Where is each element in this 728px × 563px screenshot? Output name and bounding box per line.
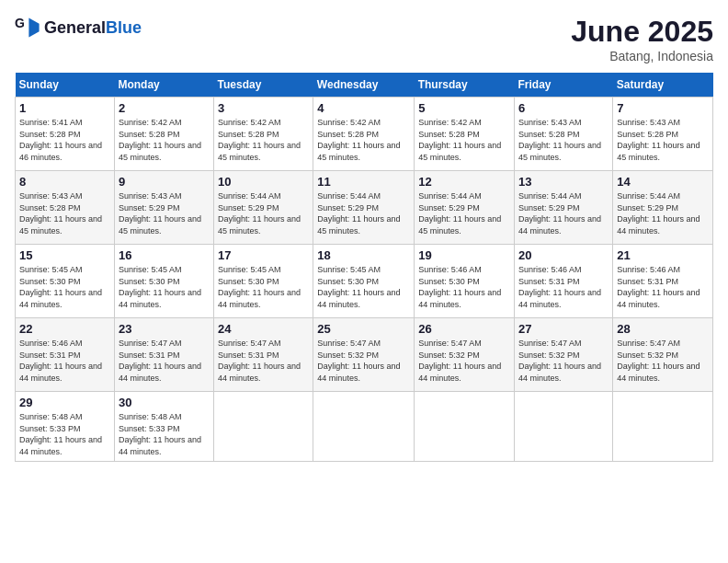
day-number: 9: [119, 175, 210, 189]
calendar-cell: 4Sunrise: 5:42 AMSunset: 5:28 PMDaylight…: [313, 98, 415, 171]
day-info: Sunrise: 5:47 AMSunset: 5:32 PMDaylight:…: [418, 339, 501, 383]
calendar-cell: 11Sunrise: 5:44 AMSunset: 5:29 PMDayligh…: [313, 171, 415, 245]
day-number: 2: [119, 101, 210, 115]
col-saturday: Saturday: [613, 73, 713, 98]
page-header: G General Blue June 2025 Batang, Indones…: [15, 15, 713, 63]
day-number: 24: [218, 322, 309, 336]
day-number: 25: [317, 322, 410, 336]
day-info: Sunrise: 5:47 AMSunset: 5:32 PMDaylight:…: [617, 339, 700, 383]
day-number: 22: [19, 322, 110, 336]
col-monday: Monday: [114, 73, 213, 98]
col-thursday: Thursday: [415, 73, 515, 98]
calendar-cell: 16Sunrise: 5:45 AMSunset: 5:30 PMDayligh…: [114, 245, 213, 318]
day-number: 29: [19, 396, 110, 409]
calendar-cell: 22Sunrise: 5:46 AMSunset: 5:31 PMDayligh…: [16, 318, 115, 392]
svg-text:G: G: [15, 16, 25, 30]
day-number: 12: [418, 175, 510, 189]
day-number: 14: [617, 175, 709, 189]
day-number: 20: [518, 248, 609, 262]
month-year-title: June 2025: [571, 15, 713, 49]
day-info: Sunrise: 5:42 AMSunset: 5:28 PMDaylight:…: [218, 118, 301, 162]
calendar-cell: [613, 392, 713, 462]
col-sunday: Sunday: [16, 73, 115, 98]
day-number: 17: [218, 248, 309, 262]
header-row: Sunday Monday Tuesday Wednesday Thursday…: [16, 73, 713, 98]
calendar-cell: 8Sunrise: 5:43 AMSunset: 5:28 PMDaylight…: [16, 171, 115, 245]
day-info: Sunrise: 5:44 AMSunset: 5:29 PMDaylight:…: [617, 191, 700, 236]
calendar-cell: 27Sunrise: 5:47 AMSunset: 5:32 PMDayligh…: [515, 318, 613, 392]
calendar-cell: 23Sunrise: 5:47 AMSunset: 5:31 PMDayligh…: [114, 318, 213, 392]
calendar-cell: 5Sunrise: 5:42 AMSunset: 5:28 PMDaylight…: [415, 98, 515, 171]
day-info: Sunrise: 5:46 AMSunset: 5:31 PMDaylight:…: [19, 339, 102, 383]
day-number: 27: [518, 322, 609, 336]
day-info: Sunrise: 5:44 AMSunset: 5:29 PMDaylight:…: [317, 191, 400, 236]
day-info: Sunrise: 5:45 AMSunset: 5:30 PMDaylight:…: [317, 265, 400, 309]
day-info: Sunrise: 5:45 AMSunset: 5:30 PMDaylight:…: [119, 265, 201, 309]
calendar-cell: 3Sunrise: 5:42 AMSunset: 5:28 PMDaylight…: [214, 98, 313, 171]
calendar-cell: 1Sunrise: 5:41 AMSunset: 5:28 PMDaylight…: [16, 98, 115, 171]
calendar-cell: 14Sunrise: 5:44 AMSunset: 5:29 PMDayligh…: [613, 171, 713, 245]
day-info: Sunrise: 5:48 AMSunset: 5:33 PMDaylight:…: [119, 412, 201, 456]
calendar-cell: [415, 392, 515, 462]
calendar-cell: [515, 392, 613, 462]
location-subtitle: Batang, Indonesia: [571, 49, 713, 63]
calendar-cell: 20Sunrise: 5:46 AMSunset: 5:31 PMDayligh…: [515, 245, 613, 318]
calendar-cell: 26Sunrise: 5:47 AMSunset: 5:32 PMDayligh…: [415, 318, 515, 392]
calendar-cell: 25Sunrise: 5:47 AMSunset: 5:32 PMDayligh…: [313, 318, 415, 392]
col-friday: Friday: [515, 73, 613, 98]
day-number: 21: [617, 248, 709, 262]
calendar-cell: 12Sunrise: 5:44 AMSunset: 5:29 PMDayligh…: [415, 171, 515, 245]
day-info: Sunrise: 5:47 AMSunset: 5:31 PMDaylight:…: [119, 339, 201, 383]
day-info: Sunrise: 5:42 AMSunset: 5:28 PMDaylight:…: [317, 118, 400, 162]
day-info: Sunrise: 5:46 AMSunset: 5:31 PMDaylight:…: [617, 265, 700, 309]
day-info: Sunrise: 5:43 AMSunset: 5:28 PMDaylight:…: [19, 191, 102, 236]
day-info: Sunrise: 5:43 AMSunset: 5:28 PMDaylight:…: [617, 118, 700, 162]
day-info: Sunrise: 5:43 AMSunset: 5:29 PMDaylight:…: [119, 191, 201, 236]
calendar-cell: 15Sunrise: 5:45 AMSunset: 5:30 PMDayligh…: [16, 245, 115, 318]
logo-general: General: [44, 18, 106, 38]
day-number: 7: [617, 101, 709, 115]
day-number: 23: [119, 322, 210, 336]
day-info: Sunrise: 5:45 AMSunset: 5:30 PMDaylight:…: [218, 265, 301, 309]
calendar-cell: 30Sunrise: 5:48 AMSunset: 5:33 PMDayligh…: [114, 392, 213, 462]
day-info: Sunrise: 5:44 AMSunset: 5:29 PMDaylight:…: [518, 191, 601, 236]
logo: G General Blue: [15, 15, 142, 40]
day-number: 3: [218, 101, 309, 115]
day-info: Sunrise: 5:47 AMSunset: 5:32 PMDaylight:…: [518, 339, 601, 383]
day-info: Sunrise: 5:42 AMSunset: 5:28 PMDaylight:…: [418, 118, 501, 162]
calendar-cell: 10Sunrise: 5:44 AMSunset: 5:29 PMDayligh…: [214, 171, 313, 245]
day-info: Sunrise: 5:42 AMSunset: 5:28 PMDaylight:…: [119, 118, 201, 162]
day-info: Sunrise: 5:44 AMSunset: 5:29 PMDaylight:…: [418, 191, 501, 236]
day-number: 4: [317, 101, 410, 115]
calendar-cell: 7Sunrise: 5:43 AMSunset: 5:28 PMDaylight…: [613, 98, 713, 171]
calendar-cell: 6Sunrise: 5:43 AMSunset: 5:28 PMDaylight…: [515, 98, 613, 171]
calendar-cell: 24Sunrise: 5:47 AMSunset: 5:31 PMDayligh…: [214, 318, 313, 392]
day-info: Sunrise: 5:48 AMSunset: 5:33 PMDaylight:…: [19, 412, 102, 456]
calendar-cell: 9Sunrise: 5:43 AMSunset: 5:29 PMDaylight…: [114, 171, 213, 245]
calendar-cell: [313, 392, 415, 462]
logo-icon: G: [15, 15, 40, 40]
day-info: Sunrise: 5:47 AMSunset: 5:31 PMDaylight:…: [218, 339, 301, 383]
day-number: 26: [418, 322, 510, 336]
day-number: 28: [617, 322, 709, 336]
day-number: 16: [119, 248, 210, 262]
day-number: 6: [518, 101, 609, 115]
day-number: 10: [218, 175, 309, 189]
title-area: June 2025 Batang, Indonesia: [571, 15, 713, 63]
calendar-cell: 19Sunrise: 5:46 AMSunset: 5:30 PMDayligh…: [415, 245, 515, 318]
calendar-cell: [214, 392, 313, 462]
col-wednesday: Wednesday: [313, 73, 415, 98]
day-number: 11: [317, 175, 410, 189]
day-info: Sunrise: 5:43 AMSunset: 5:28 PMDaylight:…: [518, 118, 601, 162]
col-tuesday: Tuesday: [214, 73, 313, 98]
day-info: Sunrise: 5:41 AMSunset: 5:28 PMDaylight:…: [19, 118, 102, 162]
day-number: 30: [119, 396, 210, 409]
calendar-cell: 28Sunrise: 5:47 AMSunset: 5:32 PMDayligh…: [613, 318, 713, 392]
calendar-table: Sunday Monday Tuesday Wednesday Thursday…: [15, 73, 713, 462]
day-info: Sunrise: 5:46 AMSunset: 5:30 PMDaylight:…: [418, 265, 501, 309]
day-info: Sunrise: 5:46 AMSunset: 5:31 PMDaylight:…: [518, 265, 601, 309]
day-info: Sunrise: 5:44 AMSunset: 5:29 PMDaylight:…: [218, 191, 301, 236]
day-number: 13: [518, 175, 609, 189]
calendar-cell: 2Sunrise: 5:42 AMSunset: 5:28 PMDaylight…: [114, 98, 213, 171]
day-number: 5: [418, 101, 510, 115]
